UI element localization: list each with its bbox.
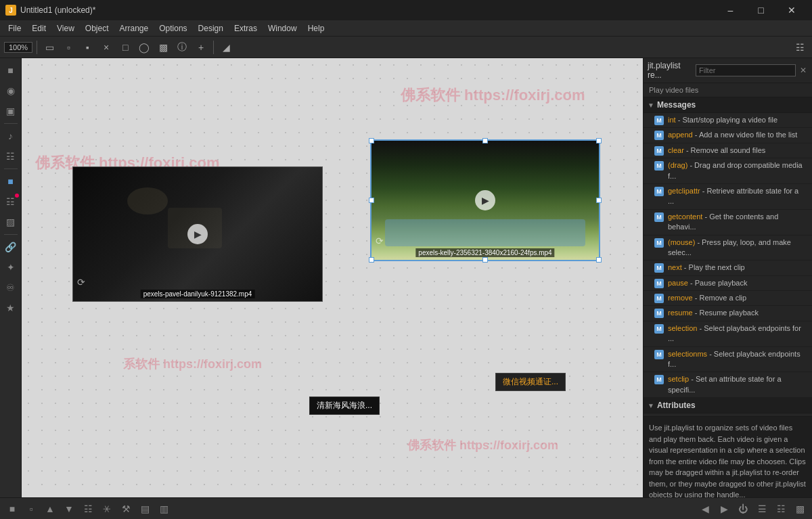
msg-remove[interactable]: M remove - Remove a clip [644,291,812,306]
sel-handle-bl[interactable] [369,257,374,263]
msg-getclipattr[interactable]: M getclipattr - Retrieve attribute state… [644,184,812,210]
bottom-chart-btn[interactable]: ▤ [137,501,153,517]
menu-window[interactable]: Window [263,22,302,35]
sel-handle-mr[interactable] [596,198,602,203]
bottom-lock-btn[interactable]: ■ [4,501,20,517]
cursor-icon[interactable]: ▫ [60,39,76,55]
bottom-grid-view-btn[interactable]: ☷ [773,501,789,517]
bottom-play-btn[interactable]: ▶ [716,501,732,517]
msg-drag[interactable]: M (drag) - Drag and drop compatible medi… [644,158,812,184]
zoom-level[interactable]: 100% [4,42,32,53]
sidebar-link-btn[interactable]: 🔗 [1,238,20,256]
menu-help[interactable]: Help [302,22,330,35]
sidebar-camera-btn[interactable]: ◉ [1,81,20,100]
close-button[interactable]: ✕ [776,0,807,20]
toolbar-separator-2 [213,41,214,54]
msg-setclip[interactable]: M setclip - Set an attribute state for a… [644,372,812,398]
bottom-apps-btn[interactable]: ▥ [156,501,172,517]
msg-clear[interactable]: M clear - Remove all sound files [644,143,812,158]
bottom-select-btn[interactable]: ▫ [23,501,39,517]
minimize-button[interactable]: – [715,0,746,20]
bottom-flag-btn[interactable]: ▼ [61,501,77,517]
menu-object[interactable]: Object [80,22,114,35]
clip1-reload-icon[interactable]: ⟳ [77,277,85,288]
msg-selection-text: selection - Select playback endpoints fo… [668,323,807,344]
sidebar-image-btn[interactable]: ▨ [1,212,20,231]
menu-file[interactable]: File [3,22,26,35]
bottom-power-btn[interactable]: ⏻ [735,501,751,517]
msg-pause[interactable]: M pause - Pause playback [644,276,812,291]
description-area: Use jit.playlist to organize sets of vid… [644,416,812,497]
msg-selection[interactable]: M selection - Select playback endpoints … [644,321,812,347]
sidebar-move-btn[interactable]: ✦ [1,258,20,277]
msg-resume[interactable]: M resume - Resume playback [644,306,812,321]
video-clip-1[interactable]: ▶ pexels-pavel-danilyuk-9121382.mp4 ⟳ [72,166,323,302]
menu-view[interactable]: View [51,22,80,35]
sidebar-loop-btn[interactable]: ♾ [1,278,20,297]
sidebar-display-btn[interactable]: ▣ [1,101,20,120]
msg-next[interactable]: M next - Play the next clip [644,261,812,275]
text-clip-1[interactable]: 清新海风海浪... [309,397,380,415]
text-clip-2[interactable]: 微信视频通证... [495,373,566,391]
panel-content[interactable]: ▼ Messages M int - Start/stop playing a … [644,97,812,416]
sidebar-music-btn[interactable]: ♪ [1,127,20,145]
sidebar-layers-btn[interactable]: ☷ [1,147,20,166]
msg-selectionms[interactable]: M selectionms - Select playback endpoint… [644,347,812,373]
paint-icon[interactable]: ◢ [218,39,234,55]
sel-handle-tl[interactable] [369,138,374,143]
msg-mouse[interactable]: M (mouse) - Press play, loop, and make s… [644,235,812,261]
msg-int[interactable]: M int - Start/stop playing a video file [644,113,812,128]
sel-handle-br[interactable] [596,257,602,263]
filter-clear-button[interactable]: ✕ [798,66,808,75]
maximize-button[interactable]: □ [746,0,776,20]
sel-handle-tr[interactable] [596,138,602,143]
msg-drag-badge: M [654,161,664,171]
clip1-play-button[interactable]: ▶ [187,224,208,244]
messages-section-header[interactable]: ▼ Messages [644,97,812,113]
msg-append-text: append - Add a new video file to the lis… [668,130,797,140]
clip2-play-button[interactable]: ▶ [475,190,495,210]
lock-icon[interactable]: ▭ [41,39,58,55]
sidebar-list-btn[interactable]: ☷ [1,192,20,211]
sidebar-select-btn[interactable]: ■ [1,61,20,80]
ellipse-icon[interactable]: ▩ [155,39,171,55]
attributes-section-header[interactable]: ▼ Attributes [644,398,812,413]
plus-icon[interactable]: + [193,39,209,55]
sel-handle-tc[interactable] [482,138,488,143]
delete-icon[interactable]: × [98,39,114,55]
sidebar-star-btn[interactable]: ★ [1,298,20,317]
sel-handle-ml[interactable] [369,198,374,203]
bottom-grid-btn[interactable]: ☷ [80,501,96,517]
msg-append[interactable]: M append - Add a new video file to the l… [644,128,812,143]
circle-icon[interactable]: ◯ [136,39,152,55]
menu-design[interactable]: Design [193,22,229,35]
msg-mouse-badge: M [654,238,664,248]
main-area: ■ ◉ ▣ ♪ ☷ ■ ☷ ▨ 🔗 ✦ ♾ ★ 佛系软件 https://fox… [0,58,812,497]
msg-clear-badge: M [654,146,664,156]
bottom-cursor-btn[interactable]: ▲ [42,501,58,517]
clip2-reload-icon[interactable]: ⟳ [376,235,384,246]
menu-arrange[interactable]: Arrange [114,22,154,35]
grid-icon[interactable]: ☷ [792,39,808,55]
filter-input[interactable] [696,64,796,76]
menu-extras[interactable]: Extras [229,22,263,35]
sel-handle-bc[interactable] [482,257,488,263]
bottom-wrench-btn[interactable]: ⚒ [118,501,134,517]
bottom-list-view-btn[interactable]: ☰ [754,501,770,517]
app-icon: J [5,5,16,16]
msg-next-badge: M [654,263,664,273]
canvas-area[interactable]: 佛系软件 https://foxirj.com 佛系软件 https://fox… [22,58,643,497]
sidebar-panel-btn[interactable]: ■ [1,172,20,191]
bottom-prev-btn[interactable]: ◀ [697,501,713,517]
menu-edit[interactable]: Edit [26,22,51,35]
bottom-file-btn[interactable]: ▩ [792,501,808,517]
msg-selectionms-text: selectionms - Select playback endpoints … [668,349,807,370]
bottom-link-btn[interactable]: ⚹ [99,501,115,517]
select-icon[interactable]: ▪ [79,39,95,55]
panel-header: jit.playlist re... ✕ [644,58,812,83]
rect-icon[interactable]: □ [117,39,133,55]
menu-options[interactable]: Options [154,22,192,35]
info-icon[interactable]: ⓘ [174,39,190,55]
msg-getcontent[interactable]: M getcontent - Get the contents and beha… [644,210,812,235]
video-clip-2[interactable]: ▶ pexels-kelly-2356321-3840x2160-24fps.m… [370,139,600,261]
